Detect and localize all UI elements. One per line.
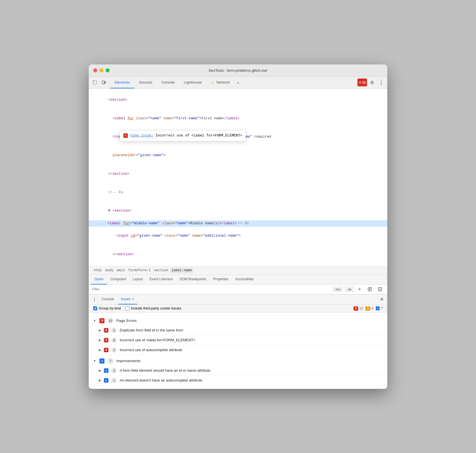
dom-line-6[interactable]: <!-- Fo <box>89 183 387 202</box>
issue-item-duplicate-id[interactable]: ▶ ✕ 2 Duplicate form field id in the sam… <box>89 326 387 335</box>
issue-expand-icon: ▶ <box>99 369 101 372</box>
tab-sources[interactable]: Sources <box>134 77 157 88</box>
issues-menu-icon[interactable]: ⋮ <box>91 296 98 303</box>
svg-rect-3 <box>102 81 104 84</box>
tab-layout[interactable]: Layout <box>129 274 146 284</box>
tab-issues[interactable]: Issues ✕ <box>118 294 137 304</box>
filter-bar: :hov .cls + <box>89 285 387 294</box>
issue-item-id-or-name[interactable]: ▶ ≡ 2 A form field element should have a… <box>89 366 387 376</box>
warning-icon: ⚠ <box>211 80 214 84</box>
titlebar: DevTools - form-problems.glitch.me/ <box>89 64 387 77</box>
label-for-error-icon: ✕ <box>104 338 108 342</box>
improvements-header[interactable]: ▼ ≡ 7 Improvements <box>89 356 387 366</box>
tab-console-bottom[interactable]: Console <box>99 294 117 304</box>
dom-line-1[interactable]: <section> <box>89 91 387 109</box>
tooltip-popup: ✕ View issue: Incorrect use of <label fo… <box>120 130 246 141</box>
third-party-checkbox[interactable]: Include third-party cookie issues <box>125 306 181 310</box>
cursor-icon[interactable] <box>91 79 99 86</box>
dom-line-4[interactable]: placeholder="given name"> <box>89 146 387 165</box>
more-options-icon[interactable]: ⋮ <box>377 79 385 86</box>
issue-item-label-for[interactable]: ▶ ✕ 8 Incorrect use of <label for=FORM_E… <box>89 335 387 345</box>
cls-button[interactable]: .cls <box>345 287 354 292</box>
breadcrumb: html body main form#form-1 section label… <box>89 266 387 275</box>
filter-input[interactable] <box>92 287 333 291</box>
tab-console[interactable]: Console <box>157 77 179 88</box>
dom-line-2[interactable]: <label for class="name" name="first-name… <box>89 109 387 128</box>
autocomplete-missing-info-icon: ≡ <box>104 378 108 383</box>
improvements-info-icon: ≡ <box>99 358 104 364</box>
window-title: DevTools - form-problems.glitch.me/ <box>209 68 267 73</box>
issues-close-button[interactable]: ✕ <box>378 296 385 303</box>
tooltip-message: Incorrect use of <label for=FORM_ELEMENT… <box>156 133 243 139</box>
tab-computed[interactable]: Computed <box>107 274 129 284</box>
warning-count: ⚠ 0 <box>365 306 373 311</box>
group-by-kind-input[interactable] <box>93 306 97 310</box>
warning-badge-icon: ⚠ <box>365 306 370 311</box>
issue-item-autocomplete-missing[interactable]: ▶ ≡ 1 An element doesn't have an autocom… <box>89 376 387 385</box>
tab-dom-breakpoints[interactable]: DOM Breakpoints <box>176 274 210 284</box>
view-issue-link[interactable]: View issue: <box>130 133 154 139</box>
devtools-window: DevTools - form-problems.glitch.me/ Elem… <box>89 64 387 389</box>
tab-event-listeners[interactable]: Event Listeners <box>146 274 176 284</box>
page-errors-chevron-icon: ▼ <box>93 319 97 322</box>
refresh-styles-icon[interactable] <box>366 285 374 293</box>
breadcrumb-label[interactable]: label.name <box>170 268 193 273</box>
filter-actions: :hov .cls + <box>333 285 384 293</box>
issues-header: ⋮ Console Issues ✕ ✕ <box>89 295 387 305</box>
device-icon[interactable] <box>100 79 108 86</box>
issue-item-autocomplete[interactable]: ▶ ✕ 2 Incorrect use of autocomplete attr… <box>89 345 387 355</box>
tab-lighthouse[interactable]: Lighthouse <box>179 77 206 88</box>
issue-group-improvements: ▼ ≡ 7 Improvements ▶ ≡ 2 A form field el… <box>89 356 387 385</box>
svg-rect-4 <box>105 82 106 83</box>
tab-network[interactable]: ⚠ Network <box>206 77 234 88</box>
panel-icon[interactable] <box>376 285 384 293</box>
third-party-input[interactable] <box>125 306 129 310</box>
page-errors-count: 12 <box>107 318 114 324</box>
close-button[interactable] <box>93 68 97 72</box>
error-badge[interactable]: ✕ 12 <box>357 79 367 86</box>
fullscreen-button[interactable] <box>106 68 110 72</box>
add-style-icon[interactable]: + <box>356 285 364 293</box>
tab-accessibility[interactable]: Accessibility <box>232 274 257 284</box>
issues-tab-close-icon[interactable]: ✕ <box>132 297 134 301</box>
issues-toolbar: Group by kind Include third-party cookie… <box>89 305 387 313</box>
breadcrumb-main[interactable]: main <box>115 268 127 273</box>
id-or-name-info-icon: ≡ <box>104 368 108 373</box>
dom-line-7[interactable]: ▼ <section> <box>89 202 387 220</box>
dom-line-8[interactable]: ... <label for="middle-name" class="name… <box>89 220 387 227</box>
hov-button[interactable]: :hov <box>333 287 343 292</box>
duplicate-id-label: Duplicate form field id in the same form <box>120 328 183 332</box>
id-or-name-label: A form field element should have an id o… <box>120 368 210 373</box>
error-x-icon: ✕ <box>359 81 361 84</box>
autocomplete-missing-count: 1 <box>111 378 117 383</box>
tab-icons <box>91 79 108 86</box>
breadcrumb-form[interactable]: form#form-1 <box>126 268 152 273</box>
dom-line-10[interactable]: </section> <box>89 245 387 264</box>
dom-dots: ... <box>100 221 106 226</box>
autocomplete-count: 2 <box>111 347 117 353</box>
styles-tabs: Styles Computed Layout Event Listeners D… <box>89 275 387 285</box>
issue-expand-icon: ▶ <box>99 348 101 351</box>
tab-properties[interactable]: Properties <box>210 274 232 284</box>
breadcrumb-html[interactable]: html <box>92 268 104 273</box>
breadcrumb-section[interactable]: section <box>152 268 170 273</box>
tooltip-error-icon: ✕ <box>123 133 128 138</box>
dom-line-9[interactable]: <input id="given-name" class="name" name… <box>89 227 387 245</box>
label-for-count: 8 <box>111 337 117 343</box>
id-or-name-count: 2 <box>111 368 117 373</box>
minimize-button[interactable] <box>99 68 103 72</box>
duplicate-id-count: 2 <box>111 328 117 333</box>
issue-expand-icon: ▶ <box>99 338 101 342</box>
dom-line-5[interactable]: </section> <box>89 165 387 183</box>
tab-more[interactable]: » <box>235 79 241 86</box>
error-badge-icon: ✕ <box>353 306 358 311</box>
tab-elements[interactable]: Elements <box>110 77 134 88</box>
tab-styles[interactable]: Styles <box>91 274 107 284</box>
settings-icon[interactable]: ⚙ <box>368 79 376 86</box>
page-errors-label: Page Errors <box>116 319 137 323</box>
improvements-label: Improvements <box>116 359 141 363</box>
issues-content: ▼ ✕ 12 Page Errors ▶ ✕ 2 Duplicate form … <box>89 313 387 389</box>
breadcrumb-body[interactable]: body <box>104 268 115 273</box>
page-errors-header[interactable]: ▼ ✕ 12 Page Errors <box>89 316 387 326</box>
group-by-kind-checkbox[interactable]: Group by kind <box>93 306 121 310</box>
